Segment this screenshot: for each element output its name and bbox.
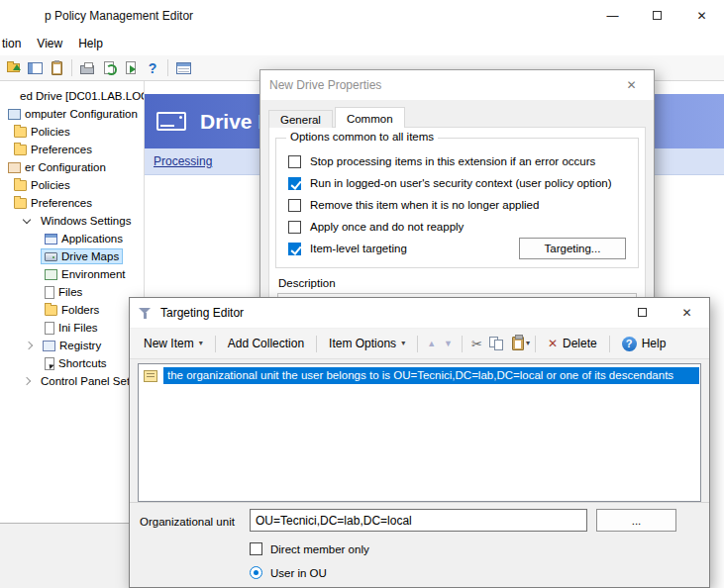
checkbox-direct-member-only[interactable] [250, 542, 262, 555]
tree-item-user-configuration[interactable]: er Configuration [0, 158, 144, 176]
new-item-button[interactable]: New Item ▾ [137, 334, 210, 353]
tree-item-label: Folders [61, 304, 99, 316]
user-in-ou-row: User in OU [250, 566, 327, 579]
new-drive-properties-dialog: New Drive Properties ✕ General Common Op… [259, 69, 655, 305]
add-collection-label: Add Collection [228, 337, 304, 350]
option-label: Remove this item when it is no longer ap… [310, 199, 539, 211]
option-item-level-targeting: Item-level targeting Targeting... [284, 238, 630, 259]
printer-icon[interactable] [76, 57, 98, 79]
tree-item-drive-maps[interactable]: Drive Maps [0, 247, 144, 265]
delete-button[interactable]: ✕ Delete [541, 334, 604, 353]
tab-label: Common [347, 113, 393, 125]
folder-icon [14, 180, 27, 191]
tree-item-gpo-root[interactable]: ed Drive [DC01.LAB.LOCA [0, 87, 144, 105]
radio-user-in-ou[interactable] [250, 566, 262, 579]
tree-item-label: Windows Settings [41, 215, 131, 227]
dialog-titlebar: New Drive Properties ✕ [260, 70, 654, 100]
close-button[interactable]: ✕ [679, 0, 724, 31]
browse-button[interactable]: ... [596, 509, 676, 532]
toolbar-separator [215, 336, 216, 352]
tree-item-applications[interactable]: Applications [0, 230, 144, 247]
details-view-icon[interactable] [172, 57, 194, 79]
cut-icon[interactable]: ✂ [467, 337, 486, 351]
close-button[interactable]: ✕ [609, 70, 654, 99]
copy-icon[interactable] [489, 337, 505, 351]
delete-label: Delete [563, 337, 597, 350]
toolbar-separator [462, 336, 463, 352]
checkbox-item-level-targeting[interactable] [288, 243, 301, 255]
checkbox-remove-when-not-applied[interactable] [288, 199, 301, 212]
minimize-icon: — [607, 9, 619, 23]
tree-item-windows-settings[interactable]: Windows Settings [0, 212, 144, 230]
close-icon: ✕ [626, 78, 636, 92]
chevron-expanded-icon[interactable] [23, 215, 31, 223]
checkbox-apply-once[interactable] [288, 221, 301, 234]
tree-item-folders[interactable]: Folders [0, 301, 144, 319]
tree-item-preferences-user[interactable]: Preferences [0, 194, 144, 212]
checkbox-stop-processing[interactable] [288, 155, 301, 168]
targeting-item-list[interactable]: the organizational unit the user belongs… [138, 363, 701, 502]
chevron-collapsed-icon[interactable] [25, 342, 33, 349]
window-pane-icon [28, 62, 43, 74]
refresh-glyph-icon [104, 61, 114, 74]
targeting-toolbar: New Item ▾ Add Collection Item Options ▾… [130, 329, 709, 359]
maximize-button[interactable] [620, 298, 665, 327]
tree-item-control-panel-settings[interactable]: Control Panel Settings [0, 372, 144, 390]
criterion-detail-panel: Organizational unit ... Direct member on… [130, 502, 709, 587]
paste-dropdown-icon[interactable]: ▾ [526, 340, 530, 347]
tree-item-label: Preferences [31, 197, 92, 209]
option-label: Item-level targeting [310, 243, 407, 254]
tree-item-environment[interactable]: Environment [0, 265, 144, 283]
paste-icon[interactable] [512, 337, 524, 350]
menu-action[interactable]: tion [0, 34, 29, 53]
console-tree: ed Drive [DC01.LAB.LOCA omputer Configur… [0, 81, 145, 523]
organizational-unit-input[interactable] [250, 509, 587, 532]
screen: p Policy Management Editor — ✕ tion View… [0, 0, 724, 588]
tree-item-ini-files[interactable]: Ini Files [0, 319, 144, 337]
tree-item-files[interactable]: Files [0, 283, 144, 301]
tab-general[interactable]: General [268, 110, 333, 128]
organizational-unit-label: Organizational unit [140, 516, 235, 528]
clipboard-icon[interactable] [46, 57, 67, 79]
tab-common[interactable]: Common [335, 107, 405, 128]
move-up-icon[interactable]: ▲ [423, 339, 440, 348]
user-icon [8, 162, 21, 173]
tree-item-shortcuts[interactable]: Shortcuts [0, 354, 144, 372]
minimize-button[interactable]: — [590, 0, 635, 31]
export-list-icon[interactable] [120, 57, 142, 79]
tree-item-registry[interactable]: Registry [0, 337, 144, 354]
maximize-button[interactable] [635, 0, 679, 31]
targeting-button[interactable]: Targeting... [519, 238, 626, 259]
tree-item-label: Applications [61, 233, 123, 245]
help-button[interactable]: ? Help [615, 334, 673, 354]
tree-item-label: omputer Configuration [25, 108, 138, 120]
chevron-collapsed-icon[interactable] [23, 377, 31, 385]
toolbar-separator [167, 59, 168, 76]
printer-glyph-icon [80, 65, 94, 74]
tree-item-preferences-computer[interactable]: Preferences [0, 141, 144, 158]
menu-help[interactable]: Help [70, 34, 111, 53]
toolbar-separator [609, 336, 610, 352]
list-item[interactable]: the organizational unit the user belongs… [140, 366, 699, 385]
close-button[interactable]: ✕ [665, 298, 709, 327]
tree-item-policies-computer[interactable]: Policies [0, 123, 144, 141]
processing-link[interactable]: Processing [154, 154, 212, 168]
move-down-icon[interactable]: ▼ [440, 339, 457, 348]
up-one-level-icon[interactable] [2, 57, 24, 79]
checkbox-run-in-user-context[interactable] [288, 177, 301, 190]
menu-view[interactable]: View [29, 34, 70, 53]
help-icon[interactable]: ? [142, 57, 163, 79]
console-tree-icon[interactable] [24, 57, 46, 79]
toolbar-separator [417, 336, 418, 352]
tree-bottom-area [0, 523, 145, 588]
item-options-button[interactable]: Item Options ▾ [322, 334, 412, 353]
tree-item-policies-user[interactable]: Policies [0, 176, 144, 194]
dialog-titlebar: Targeting Editor ✕ [130, 298, 709, 328]
maximize-icon [638, 308, 647, 317]
option-label: Run in logged-on user's security context… [310, 177, 612, 189]
tree-item-computer-configuration[interactable]: omputer Configuration [0, 105, 144, 123]
refresh-icon[interactable] [98, 57, 120, 79]
list-item-text: the organizational unit the user belongs… [163, 367, 699, 384]
add-collection-button[interactable]: Add Collection [221, 334, 311, 353]
tree-item-label: Shortcuts [58, 357, 107, 369]
